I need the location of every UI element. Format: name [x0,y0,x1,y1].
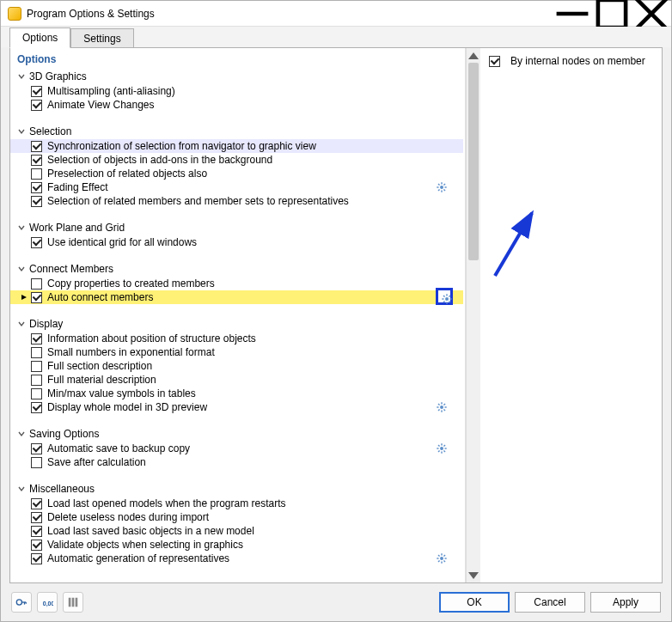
apply-button[interactable]: Apply [590,592,661,613]
option-item[interactable]: Use identical grid for all windows [10,235,463,249]
checkbox[interactable] [31,512,42,523]
option-item[interactable]: Save after calculation [10,455,463,469]
units-button[interactable]: 0,00 [37,592,58,613]
svg-line-37 [443,450,445,452]
option-item[interactable]: Load last opened models when the program… [10,497,463,510]
svg-line-20 [449,296,450,297]
gear-icon[interactable] [436,552,448,564]
columns-button[interactable] [63,592,83,613]
option-item[interactable]: Multisampling (anti-aliasing) [10,84,463,98]
option-item[interactable]: Preselection of related objects also [10,167,463,180]
options-tree[interactable]: 3D GraphicsMultisampling (anti-aliasing)… [10,69,465,582]
gear-icon[interactable] [436,181,448,193]
checkbox[interactable] [31,155,42,166]
checkbox[interactable] [31,388,42,399]
gear-icon[interactable] [436,288,453,305]
minimize-button[interactable] [553,1,592,27]
chevron-down-icon[interactable] [17,485,26,493]
ok-button[interactable]: OK [439,592,510,613]
checkbox[interactable] [31,361,42,372]
checkbox[interactable] [31,540,42,551]
section-label: Selection [29,125,71,137]
section-header[interactable]: Connect Members [10,261,463,277]
gear-icon[interactable] [436,401,448,413]
option-label: Full material description [47,374,156,386]
cancel-button[interactable]: Cancel [515,592,585,613]
option-item[interactable]: Fading Effect [10,180,463,194]
checkbox[interactable] [31,182,42,193]
svg-line-21 [443,301,445,302]
option-item[interactable]: Selection of objects in add-ons in the b… [10,153,463,167]
chevron-down-icon[interactable] [17,223,26,232]
option-item[interactable]: Delete useless nodes during import [10,510,463,524]
section-header[interactable]: Miscellaneous [10,481,463,497]
svg-line-49 [495,213,532,276]
by-internal-nodes-checkbox[interactable] [489,56,500,67]
section-header[interactable]: 3D Graphics [10,69,463,84]
option-label: Min/max value symbols in tables [47,387,196,399]
option-label: Selection of related members and member … [47,195,349,207]
checkbox[interactable] [31,402,42,413]
scroll-down-icon[interactable] [467,568,480,582]
section-header[interactable]: Saving Options [10,426,463,442]
option-item[interactable]: Full section description [10,359,463,373]
option-label: Validate objects when selecting in graph… [47,539,243,551]
checkbox[interactable] [31,196,42,207]
option-item[interactable]: Animate View Changes [10,98,463,112]
checkbox[interactable] [31,168,42,180]
checkbox[interactable] [31,347,42,358]
scroll-track[interactable] [467,63,480,568]
chevron-down-icon[interactable] [17,320,26,328]
key-button[interactable] [11,592,32,613]
checkbox[interactable] [31,498,42,509]
svg-line-27 [438,404,440,406]
checkbox[interactable] [31,526,42,537]
checkbox[interactable] [31,457,42,468]
option-item[interactable]: Full material description [10,373,463,387]
option-item[interactable]: Selection of related members and member … [10,194,463,208]
checkbox[interactable] [31,237,42,248]
option-item[interactable]: Automatic save to backup copy [10,442,463,455]
option-item[interactable]: Min/max value symbols in tables [10,387,463,400]
checkbox[interactable] [31,141,42,152]
tab-settings[interactable]: Settings [70,28,133,48]
chevron-down-icon[interactable] [17,430,26,438]
chevron-down-icon[interactable] [17,72,26,81]
chevron-down-icon[interactable] [17,265,26,273]
scrollbar[interactable] [466,48,480,582]
chevron-down-icon[interactable] [17,127,26,136]
svg-point-22 [440,406,443,409]
section-header[interactable]: Display [10,316,463,332]
option-item[interactable]: Validate objects when selecting in graph… [10,538,463,552]
svg-line-29 [443,404,445,406]
maximize-button[interactable] [592,1,632,27]
scroll-up-icon[interactable] [467,48,480,63]
option-item[interactable]: Auto connect members [10,290,463,304]
option-item[interactable]: Synchronization of selection from naviga… [10,139,463,153]
option-item[interactable]: Copy properties to created members [10,277,463,290]
close-button[interactable] [632,1,671,27]
checkbox[interactable] [31,375,42,386]
option-item[interactable]: Automatic generation of representatives [10,552,463,565]
option-item[interactable]: Display whole model in 3D preview [10,400,463,414]
checkbox[interactable] [31,333,42,345]
option-item[interactable]: Load last saved basic objects in a new m… [10,524,463,538]
section-header[interactable]: Selection [10,124,463,139]
checkbox[interactable] [31,86,42,97]
tab-options[interactable]: Options [9,27,70,48]
gear-icon[interactable] [436,442,448,454]
checkbox[interactable] [31,553,42,564]
checkbox[interactable] [31,292,42,303]
section-header[interactable]: Work Plane and Grid [10,220,463,235]
scroll-thumb[interactable] [468,63,479,260]
option-item[interactable]: Small numbers in exponential format [10,345,463,359]
svg-line-12 [438,189,440,191]
svg-rect-57 [76,598,78,607]
current-marker-icon [21,294,27,301]
checkbox[interactable] [31,100,42,111]
svg-line-48 [438,560,440,562]
section-label: Connect Members [29,263,113,275]
checkbox[interactable] [31,278,42,290]
option-item[interactable]: Information about position of structure … [10,332,463,345]
checkbox[interactable] [31,443,42,454]
